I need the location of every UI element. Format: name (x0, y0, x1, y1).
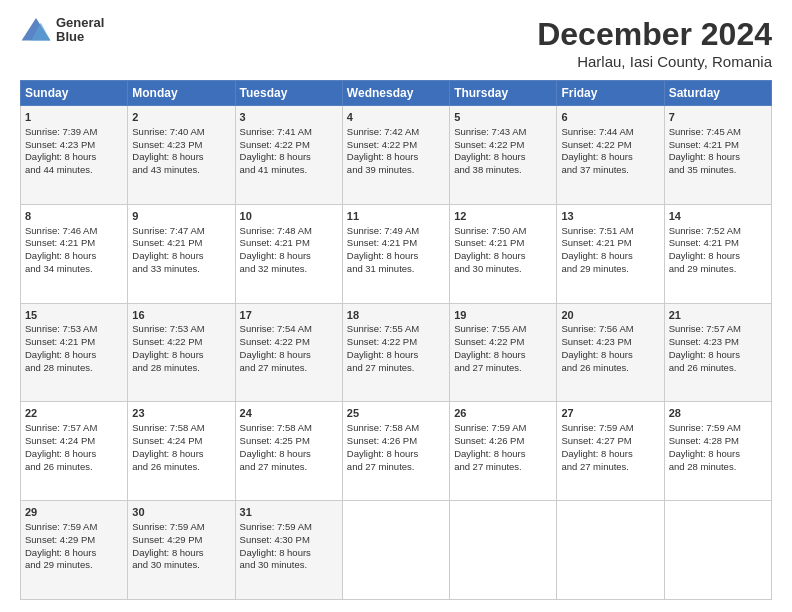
header-row: Sunday Monday Tuesday Wednesday Thursday… (21, 81, 772, 106)
cell-3-6: 28Sunrise: 7:59 AMSunset: 4:28 PMDayligh… (664, 402, 771, 501)
day-number: 1 (25, 110, 123, 125)
day-number: 15 (25, 308, 123, 323)
cell-line: and 44 minutes. (25, 164, 123, 177)
cell-0-5: 6Sunrise: 7:44 AMSunset: 4:22 PMDaylight… (557, 106, 664, 205)
day-number: 7 (669, 110, 767, 125)
cell-line: Daylight: 8 hours (25, 349, 123, 362)
cell-4-2: 31Sunrise: 7:59 AMSunset: 4:30 PMDayligh… (235, 501, 342, 600)
cell-0-2: 3Sunrise: 7:41 AMSunset: 4:22 PMDaylight… (235, 106, 342, 205)
cell-line: Sunrise: 7:40 AM (132, 126, 230, 139)
day-number: 11 (347, 209, 445, 224)
day-number: 4 (347, 110, 445, 125)
cell-line: Daylight: 8 hours (240, 151, 338, 164)
cell-line: Sunrise: 7:59 AM (240, 521, 338, 534)
cell-3-1: 23Sunrise: 7:58 AMSunset: 4:24 PMDayligh… (128, 402, 235, 501)
cell-line: Daylight: 8 hours (561, 250, 659, 263)
cell-line: Daylight: 8 hours (132, 547, 230, 560)
day-number: 12 (454, 209, 552, 224)
cell-1-6: 14Sunrise: 7:52 AMSunset: 4:21 PMDayligh… (664, 204, 771, 303)
day-number: 6 (561, 110, 659, 125)
cell-line: Daylight: 8 hours (669, 448, 767, 461)
cell-line: Sunset: 4:22 PM (561, 139, 659, 152)
cell-0-3: 4Sunrise: 7:42 AMSunset: 4:22 PMDaylight… (342, 106, 449, 205)
cell-line: Sunrise: 7:43 AM (454, 126, 552, 139)
cell-line: Sunset: 4:24 PM (25, 435, 123, 448)
cell-line: Sunrise: 7:55 AM (347, 323, 445, 336)
calendar-body: 1Sunrise: 7:39 AMSunset: 4:23 PMDaylight… (21, 106, 772, 600)
cell-line: Sunrise: 7:54 AM (240, 323, 338, 336)
cell-line: and 26 minutes. (132, 461, 230, 474)
week-row-2: 15Sunrise: 7:53 AMSunset: 4:21 PMDayligh… (21, 303, 772, 402)
cell-4-3 (342, 501, 449, 600)
cell-line: Sunrise: 7:49 AM (347, 225, 445, 238)
cell-2-0: 15Sunrise: 7:53 AMSunset: 4:21 PMDayligh… (21, 303, 128, 402)
cell-2-1: 16Sunrise: 7:53 AMSunset: 4:22 PMDayligh… (128, 303, 235, 402)
cell-line: Sunrise: 7:51 AM (561, 225, 659, 238)
cell-line: Daylight: 8 hours (347, 250, 445, 263)
cell-line: Sunset: 4:23 PM (561, 336, 659, 349)
cell-line: Sunrise: 7:46 AM (25, 225, 123, 238)
day-number: 28 (669, 406, 767, 421)
cell-line: Sunrise: 7:57 AM (669, 323, 767, 336)
cell-4-4 (450, 501, 557, 600)
cell-line: Sunset: 4:21 PM (454, 237, 552, 250)
day-number: 23 (132, 406, 230, 421)
day-number: 26 (454, 406, 552, 421)
day-number: 30 (132, 505, 230, 520)
cell-2-6: 21Sunrise: 7:57 AMSunset: 4:23 PMDayligh… (664, 303, 771, 402)
week-row-0: 1Sunrise: 7:39 AMSunset: 4:23 PMDaylight… (21, 106, 772, 205)
day-number: 21 (669, 308, 767, 323)
cell-line: and 26 minutes. (25, 461, 123, 474)
cell-line: Sunset: 4:22 PM (347, 336, 445, 349)
cell-line: Daylight: 8 hours (347, 448, 445, 461)
cell-line: Sunset: 4:21 PM (25, 237, 123, 250)
cell-line: and 27 minutes. (240, 461, 338, 474)
cell-line: Sunset: 4:22 PM (240, 139, 338, 152)
cell-line: Sunset: 4:23 PM (132, 139, 230, 152)
cell-line: Sunset: 4:22 PM (454, 139, 552, 152)
cell-line: Sunset: 4:21 PM (669, 139, 767, 152)
cell-line: Daylight: 8 hours (669, 151, 767, 164)
cell-line: and 27 minutes. (561, 461, 659, 474)
cell-line: Sunset: 4:21 PM (669, 237, 767, 250)
cell-line: Daylight: 8 hours (561, 349, 659, 362)
cell-1-1: 9Sunrise: 7:47 AMSunset: 4:21 PMDaylight… (128, 204, 235, 303)
cell-line: Daylight: 8 hours (454, 349, 552, 362)
cell-line: Daylight: 8 hours (561, 448, 659, 461)
day-number: 2 (132, 110, 230, 125)
cell-line: Sunrise: 7:59 AM (669, 422, 767, 435)
cell-line: and 41 minutes. (240, 164, 338, 177)
cell-line: Sunrise: 7:57 AM (25, 422, 123, 435)
cell-0-4: 5Sunrise: 7:43 AMSunset: 4:22 PMDaylight… (450, 106, 557, 205)
cell-line: and 35 minutes. (669, 164, 767, 177)
day-number: 8 (25, 209, 123, 224)
col-sunday: Sunday (21, 81, 128, 106)
cell-1-2: 10Sunrise: 7:48 AMSunset: 4:21 PMDayligh… (235, 204, 342, 303)
cell-line: Sunrise: 7:55 AM (454, 323, 552, 336)
cell-4-5 (557, 501, 664, 600)
week-row-4: 29Sunrise: 7:59 AMSunset: 4:29 PMDayligh… (21, 501, 772, 600)
cell-line: and 37 minutes. (561, 164, 659, 177)
cell-line: Daylight: 8 hours (347, 151, 445, 164)
day-number: 27 (561, 406, 659, 421)
cell-line: and 27 minutes. (454, 362, 552, 375)
cell-line: Sunrise: 7:42 AM (347, 126, 445, 139)
week-row-3: 22Sunrise: 7:57 AMSunset: 4:24 PMDayligh… (21, 402, 772, 501)
cell-line: and 27 minutes. (347, 362, 445, 375)
cell-2-2: 17Sunrise: 7:54 AMSunset: 4:22 PMDayligh… (235, 303, 342, 402)
cell-line: and 26 minutes. (561, 362, 659, 375)
cell-line: Daylight: 8 hours (669, 250, 767, 263)
cell-line: Sunset: 4:27 PM (561, 435, 659, 448)
cell-line: Sunset: 4:21 PM (25, 336, 123, 349)
day-number: 14 (669, 209, 767, 224)
cell-line: and 30 minutes. (240, 559, 338, 572)
cell-line: Daylight: 8 hours (240, 250, 338, 263)
cell-line: Sunrise: 7:59 AM (454, 422, 552, 435)
cell-line: Sunrise: 7:52 AM (669, 225, 767, 238)
col-saturday: Saturday (664, 81, 771, 106)
day-number: 16 (132, 308, 230, 323)
cell-line: Sunset: 4:21 PM (132, 237, 230, 250)
cell-line: and 28 minutes. (132, 362, 230, 375)
cell-line: Sunset: 4:28 PM (669, 435, 767, 448)
cell-line: Sunrise: 7:59 AM (25, 521, 123, 534)
